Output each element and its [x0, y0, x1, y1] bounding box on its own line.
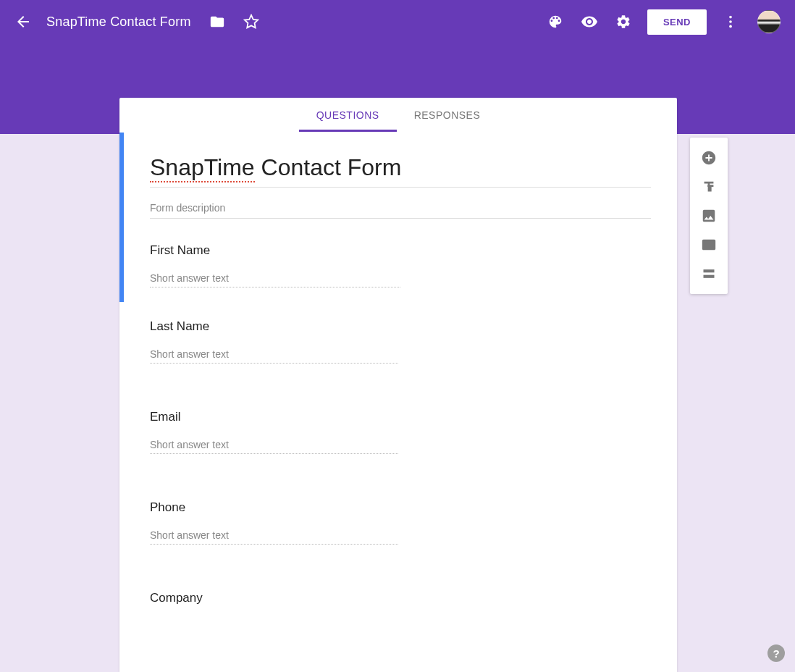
more-vert-icon — [723, 14, 739, 30]
gear-icon — [615, 14, 631, 30]
svg-rect-4 — [704, 269, 715, 272]
form-description-input[interactable]: Form description — [150, 199, 651, 219]
question-card[interactable]: Company — [119, 562, 677, 605]
question-card[interactable]: Phone Short answer text — [119, 471, 677, 562]
question-title: Email — [150, 410, 647, 424]
star-button[interactable] — [243, 14, 259, 30]
form-workspace: QUESTIONS RESPONSES SnapTime Contact For… — [119, 98, 677, 672]
more-button[interactable] — [723, 14, 739, 30]
svg-point-3 — [729, 25, 732, 28]
question-title: Last Name — [150, 319, 647, 334]
add-video-button[interactable] — [694, 230, 723, 259]
svg-rect-5 — [704, 275, 715, 278]
svg-point-1 — [729, 16, 732, 19]
title-card: SnapTime Contact Form Form description F… — [119, 133, 677, 302]
back-button[interactable] — [14, 13, 32, 30]
folder-icon — [209, 14, 225, 30]
theme-button[interactable] — [547, 14, 563, 30]
eye-icon — [581, 13, 598, 30]
side-toolbar — [690, 138, 728, 294]
question-card[interactable]: First Name Short answer text — [150, 243, 651, 287]
question-card[interactable]: Email Short answer text — [119, 381, 677, 471]
tab-questions[interactable]: QUESTIONS — [299, 98, 397, 132]
question-answer-placeholder: Short answer text — [150, 348, 398, 364]
form-title-input[interactable]: SnapTime Contact Form — [150, 154, 651, 188]
tabs: QUESTIONS RESPONSES — [119, 98, 677, 133]
question-title: First Name — [150, 243, 651, 258]
add-image-button[interactable] — [694, 201, 723, 230]
form-title-rest: Contact Form — [255, 154, 402, 180]
palette-icon — [547, 14, 563, 30]
text-icon — [701, 179, 717, 195]
user-avatar[interactable] — [757, 10, 781, 33]
add-section-button[interactable] — [694, 259, 723, 288]
video-icon — [701, 237, 717, 253]
question-title: Phone — [150, 500, 647, 515]
help-button[interactable]: ? — [767, 644, 785, 662]
add-title-button[interactable] — [694, 172, 723, 201]
star-outline-icon — [243, 14, 259, 30]
question-title: Company — [150, 591, 647, 605]
back-arrow-icon — [14, 13, 32, 30]
question-answer-placeholder: Short answer text — [150, 439, 398, 454]
section-icon — [702, 266, 716, 281]
folder-button[interactable] — [209, 14, 225, 30]
add-circle-icon — [701, 150, 717, 166]
add-question-button[interactable] — [694, 143, 723, 172]
settings-button[interactable] — [615, 14, 631, 30]
topbar: SnapTime Contact Form SEND — [0, 0, 795, 43]
image-icon — [701, 208, 717, 224]
question-card[interactable]: Last Name Short answer text — [119, 302, 677, 381]
tab-responses[interactable]: RESPONSES — [397, 98, 498, 132]
preview-button[interactable] — [581, 13, 598, 30]
svg-marker-0 — [244, 15, 257, 28]
document-title[interactable]: SnapTime Contact Form — [46, 14, 191, 30]
question-answer-placeholder: Short answer text — [150, 529, 398, 545]
form-title-word1: SnapTime — [150, 154, 255, 182]
question-answer-placeholder: Short answer text — [150, 272, 400, 287]
send-button[interactable]: SEND — [647, 9, 707, 35]
svg-point-2 — [729, 20, 732, 23]
